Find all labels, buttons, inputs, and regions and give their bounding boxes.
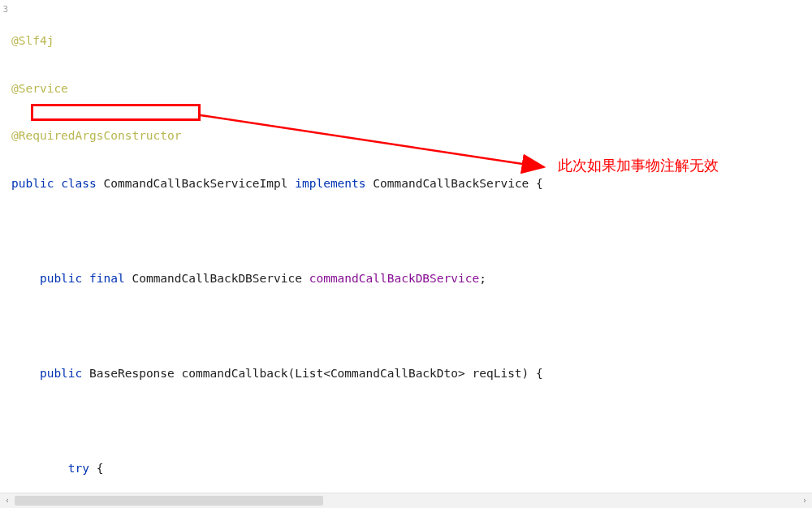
chevron-left-icon: ‹ (5, 493, 10, 508)
scroll-left-button[interactable]: ‹ (0, 493, 15, 508)
code-line (11, 318, 807, 334)
chevron-right-icon: › (802, 493, 807, 508)
scrollbar-thumb[interactable] (15, 496, 323, 506)
line-number-gutter: 3 (0, 0, 10, 491)
code-line: try { (11, 461, 807, 477)
line-number: 3 (0, 2, 10, 18)
code-line (11, 413, 807, 429)
code-line: public final CommandCallBackDBService co… (11, 271, 807, 287)
annotation-text: 此次如果加事物注解无效 (558, 158, 719, 174)
code-line: @Service (11, 81, 807, 97)
horizontal-scrollbar[interactable]: ‹ › (0, 493, 812, 508)
code-line: public BaseResponse commandCallback(List… (11, 366, 807, 382)
code-area[interactable]: @Slf4j @Service @RequiredArgsConstructor… (11, 2, 807, 491)
scroll-right-button[interactable]: › (797, 493, 812, 508)
code-editor[interactable]: 3 @Slf4j @Service @RequiredArgsConstruct… (0, 0, 812, 491)
scrollbar-track[interactable] (15, 493, 797, 508)
code-line: @RequiredArgsConstructor (11, 128, 807, 144)
code-line: @Slf4j (11, 33, 807, 50)
code-line: public class CommandCallBackServiceImpl … (11, 176, 807, 192)
code-line (11, 223, 807, 239)
